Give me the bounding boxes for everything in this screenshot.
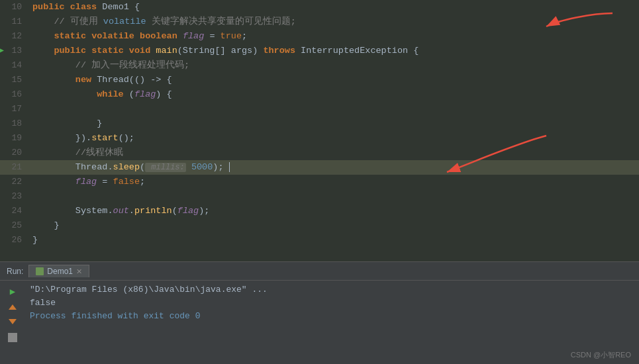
line-number-19: 19 [0, 131, 30, 146]
output-false-text: false [30, 298, 56, 308]
code-line-10: 10 public class Demo1 { [0, 0, 639, 15]
svg-marker-3 [9, 319, 17, 324]
code-content-20: //线程休眠 [30, 146, 639, 160]
code-content-25: } [30, 218, 639, 233]
line-number-18: 18 [0, 116, 30, 131]
code-line-22: 22 flag = false; [0, 175, 639, 189]
code-line-15: 15 new Thread(() -> { [0, 73, 639, 87]
line-number-26: 26 [0, 233, 30, 248]
line-number-24: 24 [0, 204, 30, 218]
code-content-19: }).start(); [30, 131, 639, 146]
output-area: "D:\Program Files (x86)\Java\bin\java.ex… [30, 281, 639, 323]
code-content-12: static volatile boolean flag = true; [30, 29, 639, 44]
stop-button[interactable] [7, 332, 19, 343]
code-content-22: flag = false; [30, 175, 639, 189]
code-line-19: 19 }).start(); [0, 131, 639, 146]
code-content-26: } [30, 233, 639, 248]
line-number-20: 20 [0, 146, 30, 160]
code-line-14: 14 // 加入一段线程处理代码; [0, 58, 639, 73]
line-number-15: 15 [0, 73, 30, 87]
output-path-text: "D:\Program Files (x86)\Java\bin\java.ex… [30, 285, 268, 295]
code-container: 10 public class Demo1 { 11 // 可使用 volati… [0, 0, 639, 248]
up-arrow-icon [7, 302, 18, 312]
stop-icon [8, 333, 17, 342]
down-scroll-button[interactable] [7, 316, 19, 328]
output-line-1: "D:\Program Files (x86)\Java\bin\java.ex… [30, 283, 639, 296]
line-number-13: ▶13 [0, 44, 30, 58]
tab-name: Demo1 [47, 267, 73, 276]
code-line-12: 12 static volatile boolean flag = true; [0, 29, 639, 44]
code-line-11: 11 // 可使用 volatile 关键字解决共享变量的可见性问题; [0, 15, 639, 29]
line-number-11: 11 [0, 15, 30, 29]
code-content-18: } [30, 116, 639, 131]
code-line-16: 16 while (flag) { [0, 87, 639, 102]
code-content-13: public static void main(String[] args) t… [30, 44, 639, 58]
code-content-10: public class Demo1 { [30, 0, 639, 15]
tab-close-button[interactable]: ✕ [76, 267, 82, 276]
code-line-24: 24 System.out.println(flag); [0, 204, 639, 218]
play-icon: ▶ [10, 286, 15, 297]
panel-controls: ▶ [7, 285, 19, 343]
line-number-23: 23 [0, 189, 30, 204]
down-arrow-icon [7, 317, 18, 326]
line-number-10: 10 [0, 0, 30, 15]
editor-area: 10 public class Demo1 { 11 // 可使用 volati… [0, 0, 639, 261]
code-line-13: ▶13 public static void main(String[] arg… [0, 44, 639, 58]
code-line-17: 17 [0, 102, 639, 116]
svg-marker-2 [9, 304, 17, 310]
line-number-17: 17 [0, 102, 30, 116]
output-line-2: false [30, 296, 639, 310]
output-line-3: Process finished with exit code 0 [30, 310, 639, 323]
run-tab-demo1[interactable]: Demo1 ✕ [28, 265, 89, 277]
code-content-15: new Thread(() -> { [30, 73, 639, 87]
output-process-text: Process finished with exit code 0 [30, 311, 200, 321]
code-content-16: while (flag) { [30, 87, 639, 102]
code-line-18: 18 } [0, 116, 639, 131]
line-number-22: 22 [0, 175, 30, 189]
code-line-23: 23 [0, 189, 639, 204]
code-line-20: 20 //线程休眠 [0, 146, 639, 160]
code-line-26: 26 } [0, 233, 639, 248]
tab-icon [36, 267, 44, 275]
code-line-21: 21 Thread.sleep( millis: 5000); [0, 160, 639, 175]
line-number-16: 16 [0, 87, 30, 102]
line-number-12: 12 [0, 29, 30, 44]
run-tab-bar: Run: Demo1 ✕ [0, 262, 639, 281]
run-button[interactable]: ▶ [7, 285, 19, 297]
run-label: Run: [7, 267, 23, 276]
csdn-watermark: CSDN @小智REO [571, 350, 631, 360]
code-line-25: 25 } [0, 218, 639, 233]
code-content-14: // 加入一段线程处理代码; [30, 58, 639, 73]
line-number-14: 14 [0, 58, 30, 73]
code-content-24: System.out.println(flag); [30, 204, 639, 218]
line-number-21: 21 [0, 160, 30, 175]
code-content-21: Thread.sleep( millis: 5000); [30, 160, 639, 175]
bottom-panel: Run: Demo1 ✕ ▶ "D:\Program Files (x86)\J… [0, 261, 639, 364]
line-number-25: 25 [0, 218, 30, 233]
code-content-11: // 可使用 volatile 关键字解决共享变量的可见性问题; [30, 15, 639, 29]
up-scroll-button[interactable] [7, 301, 19, 313]
